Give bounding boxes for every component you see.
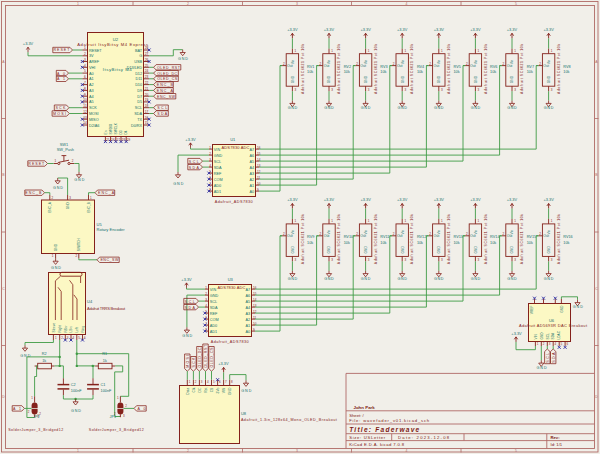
svg-text:Size: USLetter: Size: USLetter (349, 435, 386, 440)
svg-text:Sheet: /: Sheet: / (349, 413, 364, 418)
svg-text:C2: C2 (71, 383, 76, 387)
svg-text:10k: 10k (380, 70, 386, 74)
svg-text:RV13: RV13 (454, 235, 463, 239)
svg-text:GND: GND (74, 178, 84, 182)
svg-text:GND: GND (228, 387, 232, 395)
svg-text:GND: GND (573, 305, 583, 309)
svg-text:A4: A4 (246, 306, 251, 310)
svg-text:SCK: SCK (55, 106, 66, 110)
svg-text:AD1: AD1 (210, 330, 217, 334)
svg-text:A5: A5 (250, 160, 255, 164)
svg-text:OLED_DC: OLED_DC (157, 72, 177, 76)
svg-text:LDAC: LDAC (557, 330, 561, 339)
svg-text:12: 12 (83, 110, 87, 114)
svg-text:COM: COM (214, 178, 223, 182)
svg-text:GND: GND (214, 154, 223, 158)
svg-text:D4: D4 (124, 130, 128, 134)
svg-text:ENC_SW: ENC_SW (100, 258, 119, 262)
svg-text:3: 3 (84, 58, 86, 62)
svg-text:+3.3V: +3.3V (511, 331, 522, 336)
svg-text:25: 25 (145, 64, 149, 68)
svg-text:SDA: SDA (551, 332, 555, 339)
svg-text:RV11: RV11 (380, 235, 389, 239)
svg-text:Left: Left (75, 327, 79, 332)
svg-text:KiCad E.D.A. kicad 7.0.8: KiCad E.D.A. kicad 7.0.8 (349, 442, 405, 447)
svg-text:A5: A5 (246, 300, 251, 304)
svg-text:SWCLK: SWCLK (114, 122, 118, 134)
svg-text:ENC_SW: ENC_SW (157, 95, 176, 99)
svg-text:A0: A0 (250, 190, 255, 194)
svg-text:Data: Data (186, 388, 190, 395)
svg-text:RV16: RV16 (563, 235, 572, 239)
svg-text:6: 6 (84, 75, 86, 79)
svg-text:COM: COM (210, 318, 219, 322)
svg-text:TX: TX (137, 118, 142, 122)
svg-text:10k: 10k (490, 241, 496, 245)
svg-text:A1: A1 (246, 324, 251, 328)
svg-text:5: 5 (84, 69, 86, 73)
svg-text:10k: 10k (563, 70, 569, 74)
svg-text:A7: A7 (246, 288, 251, 292)
svg-text:A3: A3 (246, 312, 251, 316)
svg-text:3: 3 (296, 2, 298, 6)
svg-text:VHI: VHI (89, 66, 95, 70)
svg-text:17: 17 (145, 110, 149, 114)
svg-text:10k: 10k (527, 241, 533, 245)
svg-text:RV8: RV8 (563, 65, 570, 69)
svg-text:OLED_CS: OLED_CS (157, 77, 178, 81)
svg-text:1: 1 (77, 2, 79, 6)
svg-text:+3.3V: +3.3V (181, 277, 192, 282)
svg-text:RV3: RV3 (380, 65, 387, 69)
svg-text:C1: C1 (101, 383, 106, 387)
svg-text:VIN: VIN (210, 288, 217, 292)
svg-text:13: 13 (83, 116, 87, 120)
svg-text:SolderJumper_3_Bridged12: SolderJumper_3_Bridged12 (8, 428, 63, 432)
svg-text:1k: 1k (103, 359, 107, 363)
svg-text:RV2: RV2 (344, 65, 351, 69)
svg-text:VIN: VIN (534, 333, 538, 339)
svg-text:R2: R2 (42, 352, 47, 356)
svg-text:BAT: BAT (135, 49, 143, 53)
svg-text:AREF: AREF (89, 60, 100, 64)
svg-text:GND: GND (182, 334, 192, 338)
svg-text:SCK: SCK (192, 357, 196, 368)
svg-text:A7: A7 (250, 148, 255, 152)
svg-text:AD1: AD1 (214, 190, 221, 194)
svg-text:RESET: RESET (89, 49, 102, 53)
svg-text:Adafruit TRRS Breakout: Adafruit TRRS Breakout (87, 306, 126, 311)
svg-text:SW_Push: SW_Push (57, 147, 74, 152)
svg-text:Rst: Rst (204, 388, 208, 393)
svg-text:D13/LED: D13/LED (127, 66, 143, 70)
svg-text:+3.3V: +3.3V (218, 361, 229, 366)
svg-text:A6: A6 (246, 294, 251, 298)
svg-text:10k: 10k (344, 70, 350, 74)
svg-text:SolderJumper_3_Bridged12: SolderJumper_3_Bridged12 (89, 428, 144, 432)
svg-text:ENC_A: ENC_A (98, 191, 115, 195)
svg-text:MOSI: MOSI (186, 355, 190, 368)
svg-text:RV12: RV12 (417, 235, 426, 239)
svg-text:REF: REF (210, 312, 218, 316)
svg-text:ENC_A: ENC_A (48, 201, 52, 213)
svg-text:OLED_CS: OLED_CS (210, 347, 214, 368)
svg-text:Rev:: Rev: (551, 435, 560, 440)
svg-text:A0: A0 (89, 72, 94, 76)
svg-text:D12: D12 (135, 72, 142, 76)
svg-text:100nF: 100nF (101, 389, 112, 393)
svg-text:Clk: Clk (192, 387, 196, 392)
svg-text:Sleeve: Sleeve (52, 323, 56, 333)
svg-text:U4: U4 (87, 299, 93, 304)
svg-text:4: 4 (406, 2, 408, 6)
svg-text:7: 7 (84, 81, 86, 85)
svg-text:RV4: RV4 (417, 65, 424, 69)
svg-text:GND: GND (173, 182, 183, 186)
svg-text:SCL: SCL (546, 353, 550, 363)
svg-text:ENC_B: ENC_B (87, 202, 91, 213)
svg-text:MOSI: MOSI (53, 112, 66, 116)
svg-text:Rotary Encoder: Rotary Encoder (97, 227, 126, 232)
svg-text:2: 2 (187, 449, 189, 453)
svg-text:10k: 10k (527, 70, 533, 74)
svg-text:5: 5 (515, 2, 517, 6)
svg-text:GND: GND (241, 389, 251, 393)
svg-text:MISO: MISO (89, 118, 99, 122)
svg-text:8: 8 (84, 87, 86, 91)
